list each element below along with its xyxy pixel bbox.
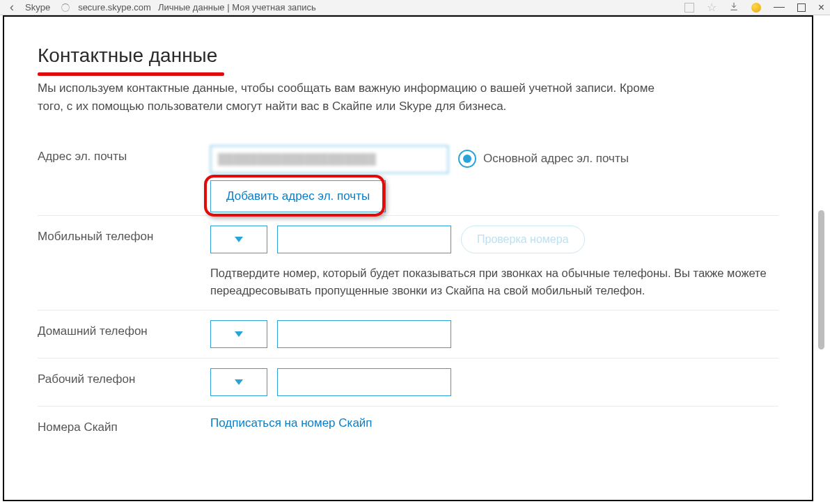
browser-chrome: ‹ Skype secure.skype.com Личные данные |… <box>0 0 830 15</box>
radio-checked-icon <box>458 150 476 168</box>
window-maximize-icon[interactable] <box>797 3 806 12</box>
work-country-select[interactable] <box>210 368 267 396</box>
bookmark-star-icon[interactable]: ☆ <box>707 1 717 14</box>
scrollbar-thumb[interactable] <box>818 210 824 349</box>
row-work-phone: Рабочий телефон <box>38 359 778 407</box>
annotation-underline <box>38 72 224 76</box>
page-frame: Контактные данные Мы используем контактн… <box>3 15 813 501</box>
row-add-email: Добавить адрес эл. почты <box>38 173 778 215</box>
chevron-down-icon <box>235 379 243 385</box>
row-mobile-phone: Мобильный телефон Проверка номера Подтве… <box>38 216 778 310</box>
section-description: Мы используем контактные данные, чтобы с… <box>38 79 671 116</box>
label-work-phone: Рабочий телефон <box>38 368 210 386</box>
row-skype-numbers: Номера Скайп Подписаться на номер Скайп <box>38 407 778 444</box>
home-country-select[interactable] <box>210 320 267 348</box>
address-host[interactable]: secure.skype.com <box>74 2 151 13</box>
window-minimize-icon[interactable] <box>774 7 785 8</box>
label-home-phone: Домашний телефон <box>38 320 210 338</box>
subscribe-skype-number-link[interactable]: Подписаться на номер Скайп <box>210 416 373 430</box>
window-close-icon[interactable]: × <box>818 2 824 13</box>
section-heading: Контактные данные <box>38 45 217 67</box>
label-email: Адрес эл. почты <box>38 145 210 164</box>
label-mobile: Мобильный телефон <box>38 226 210 244</box>
downloads-icon[interactable] <box>729 1 739 14</box>
row-home-phone: Домашний телефон <box>38 310 778 359</box>
mobile-country-select[interactable] <box>210 226 267 253</box>
row-email: Адрес эл. почты Основной адрес эл. почты <box>38 136 778 173</box>
mobile-helper-text: Подтвердите номер, который будет показыв… <box>210 260 778 300</box>
verify-number-button[interactable]: Проверка номера <box>461 226 585 253</box>
chevron-down-icon <box>235 331 243 337</box>
home-number-input[interactable] <box>277 320 451 348</box>
tab-title[interactable]: Skype <box>18 2 57 13</box>
mobile-number-input[interactable] <box>277 226 451 253</box>
address-title: Личные данные | Моя учетная запись <box>151 2 316 13</box>
work-number-input[interactable] <box>277 368 451 396</box>
chevron-down-icon <box>235 237 243 242</box>
back-icon[interactable]: ‹ <box>6 0 18 15</box>
shield-icon[interactable] <box>751 3 761 13</box>
reader-icon[interactable] <box>684 3 694 13</box>
primary-email-radio[interactable]: Основной адрес эл. почты <box>458 145 629 168</box>
loading-spinner-icon <box>61 3 70 12</box>
label-skype-numbers: Номера Скайп <box>38 416 210 434</box>
add-email-button[interactable]: Добавить адрес эл. почты <box>210 180 386 212</box>
email-input[interactable] <box>210 145 448 173</box>
primary-email-label: Основной адрес эл. почты <box>483 152 629 166</box>
